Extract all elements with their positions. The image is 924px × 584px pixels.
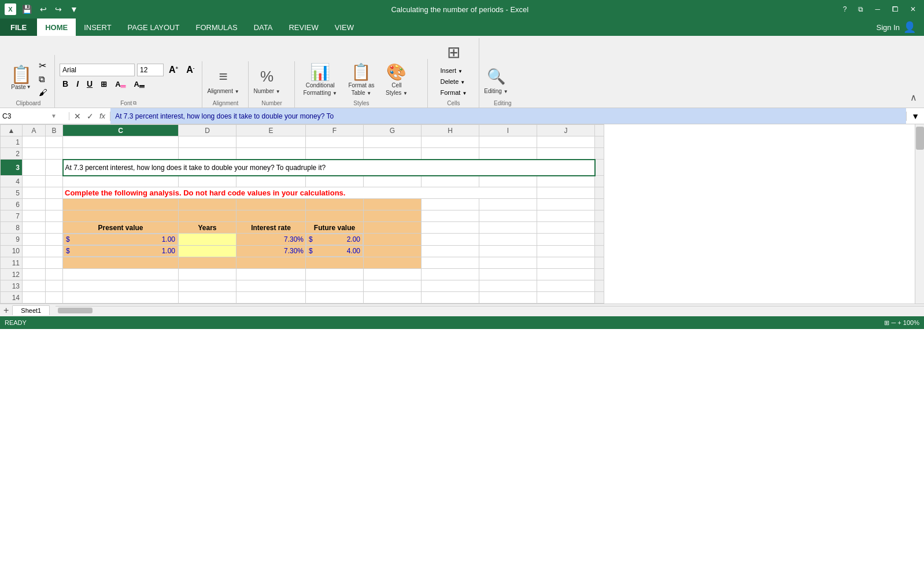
cell-B6[interactable] — [46, 199, 63, 210]
insert-button[interactable]: Insert ▼ — [433, 65, 474, 76]
row-header-1[interactable]: 1 — [1, 136, 23, 148]
cell-D1[interactable] — [179, 136, 236, 148]
cell-H11[interactable] — [422, 257, 479, 269]
col-header-G[interactable]: G — [364, 125, 422, 136]
cell-H9[interactable] — [422, 234, 479, 246]
cell-I2[interactable] — [479, 148, 537, 160]
cell-C8[interactable]: Present value — [63, 222, 179, 234]
cell-G4[interactable] — [364, 176, 422, 187]
alignment-btn-label[interactable]: Alignment ▼ — [207, 88, 239, 94]
cell-F13[interactable] — [306, 280, 364, 292]
cell-J7[interactable] — [537, 210, 595, 222]
cell-F7[interactable] — [306, 210, 364, 222]
cell-B7[interactable] — [46, 210, 63, 222]
row-header-4[interactable]: 4 — [1, 176, 23, 187]
cell-A1[interactable] — [23, 136, 46, 148]
cell-G2[interactable] — [364, 148, 422, 160]
cell-E13[interactable] — [236, 280, 306, 292]
cell-B1[interactable] — [46, 136, 63, 148]
cell-H12[interactable] — [422, 269, 479, 280]
cell-E8[interactable]: Interest rate — [236, 222, 306, 234]
cell-A6[interactable] — [23, 199, 46, 210]
close-button[interactable]: ✕ — [907, 4, 919, 14]
cell-H6[interactable] — [422, 199, 479, 210]
row-header-8[interactable]: 8 — [1, 222, 23, 234]
cell-B14[interactable] — [46, 292, 63, 304]
vertical-scrollbar[interactable] — [915, 124, 924, 304]
col-header-F[interactable]: F — [306, 125, 364, 136]
cell-H14[interactable] — [422, 292, 479, 304]
cell-D11[interactable] — [179, 257, 236, 269]
delete-button[interactable]: Delete ▼ — [433, 76, 474, 87]
row-header-12[interactable]: 12 — [1, 269, 23, 280]
cell-A2[interactable] — [23, 148, 46, 160]
cell-G11[interactable] — [364, 257, 422, 269]
cell-D14[interactable] — [179, 292, 236, 304]
cell-B4[interactable] — [46, 176, 63, 187]
horizontal-scrollbar[interactable] — [56, 306, 924, 315]
ribbon-collapse-button[interactable]: ∧ — [905, 90, 922, 105]
cell-J13[interactable] — [537, 280, 595, 292]
cell-A9[interactable] — [23, 234, 46, 246]
row-header-7[interactable]: 7 — [1, 210, 23, 222]
cell-C7[interactable] — [63, 210, 179, 222]
cell-C6[interactable] — [63, 199, 179, 210]
cell-E2[interactable] — [236, 148, 306, 160]
row-header-11[interactable]: 11 — [1, 257, 23, 269]
cell-G7[interactable] — [364, 210, 422, 222]
sheet-tab-sheet1[interactable]: Sheet1 — [12, 305, 50, 315]
copy-button[interactable]: ⧉ — [36, 73, 50, 85]
cell-J9[interactable] — [537, 234, 595, 246]
cell-I1[interactable] — [479, 136, 537, 148]
minimize-button[interactable]: ─ — [871, 4, 884, 14]
cell-D8[interactable]: Years — [179, 222, 236, 234]
format-as-table-button[interactable]: 📋 Format asTable ▼ — [344, 61, 379, 98]
cell-F8[interactable]: Future value — [306, 222, 364, 234]
cell-B2[interactable] — [46, 148, 63, 160]
increase-font-button[interactable]: A+ — [166, 64, 181, 76]
cell-G13[interactable] — [364, 280, 422, 292]
row-header-13[interactable]: 13 — [1, 280, 23, 292]
cell-C3[interactable]: At 7.3 percent interest, how long does i… — [63, 160, 595, 176]
cell-F11[interactable] — [306, 257, 364, 269]
undo-button[interactable]: ↩ — [38, 3, 49, 15]
help-button[interactable]: ? — [840, 4, 851, 14]
cell-E7[interactable] — [236, 210, 306, 222]
ribbon-display-button[interactable]: ⧉ — [855, 4, 867, 14]
row-header-5[interactable]: 5 — [1, 187, 23, 199]
cell-H13[interactable] — [422, 280, 479, 292]
menu-insert[interactable]: INSERT — [76, 19, 119, 36]
cell-name-input[interactable] — [2, 112, 49, 120]
cell-I14[interactable] — [479, 292, 537, 304]
quick-access-more[interactable]: ▼ — [68, 3, 80, 15]
cell-C1[interactable] — [63, 136, 179, 148]
menu-page-layout[interactable]: PAGE LAYOUT — [120, 19, 188, 36]
cell-D6[interactable] — [179, 199, 236, 210]
cell-H4[interactable] — [422, 176, 479, 187]
conditional-formatting-button[interactable]: 📊 ConditionalFormatting ▼ — [300, 61, 341, 98]
menu-file[interactable]: FILE — [0, 19, 37, 36]
cell-B13[interactable] — [46, 280, 63, 292]
cell-A3[interactable] — [23, 160, 46, 176]
bold-button[interactable]: B — [60, 78, 71, 90]
cell-A4[interactable] — [23, 176, 46, 187]
cell-F2[interactable] — [306, 148, 364, 160]
cell-D2[interactable] — [179, 148, 236, 160]
menu-view[interactable]: VIEW — [327, 19, 362, 36]
col-header-D[interactable]: D — [179, 125, 236, 136]
cell-G6[interactable] — [364, 199, 422, 210]
cell-E9[interactable]: 7.30% — [236, 234, 306, 246]
cell-I6[interactable] — [479, 199, 537, 210]
cell-E4[interactable] — [236, 176, 306, 187]
format-painter-button[interactable]: 🖌 — [36, 87, 50, 98]
cell-F9[interactable]: $ 2.00 — [306, 234, 363, 245]
cell-H1[interactable] — [422, 136, 479, 148]
cell-D10[interactable] — [179, 245, 236, 257]
cell-C10[interactable]: $ 1.00 — [63, 245, 178, 257]
cell-F4[interactable] — [306, 176, 364, 187]
cell-G1[interactable] — [364, 136, 422, 148]
cell-I9[interactable] — [479, 234, 537, 246]
cell-I8[interactable] — [479, 222, 537, 234]
cell-A10[interactable] — [23, 245, 46, 257]
cell-E6[interactable] — [236, 199, 306, 210]
